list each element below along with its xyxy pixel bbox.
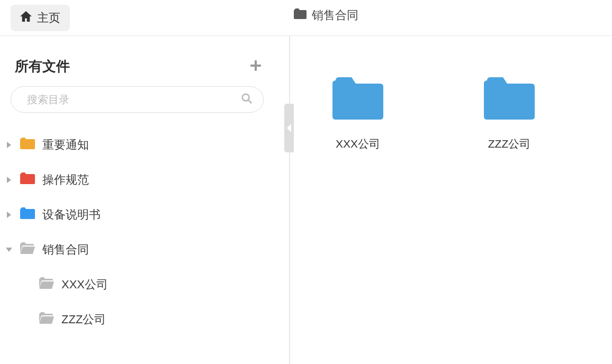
home-label: 主页 [37, 10, 60, 26]
tree-item-label: XXX公司 [61, 277, 108, 293]
folder-icon [20, 242, 35, 258]
folder-card-label: XXX公司 [336, 136, 380, 151]
folder-icon [20, 137, 35, 153]
breadcrumb-label: 销售合同 [312, 7, 358, 23]
folder-card[interactable]: XXX公司 [311, 77, 404, 151]
tree-item[interactable]: 销售合同 [0, 232, 274, 267]
tree-item-label: ZZZ公司 [61, 312, 106, 327]
sidebar: 所有文件 重要通知操作规范设备说明书销售合同XXX公司ZZZ公司 [0, 36, 290, 364]
folder-icon [39, 312, 54, 327]
home-icon [20, 11, 32, 25]
chevron-right-icon[interactable] [5, 177, 13, 183]
tree-item[interactable]: XXX公司 [0, 267, 274, 302]
chevron-right-icon[interactable] [5, 142, 13, 148]
sidebar-title: 所有文件 [15, 57, 70, 76]
sidebar-collapse-handle[interactable] [284, 104, 294, 152]
tree-item-label: 重要通知 [42, 137, 89, 153]
tree-item-label: 操作规范 [42, 172, 89, 188]
svg-point-2 [242, 94, 249, 101]
folder-icon [20, 207, 35, 223]
tree-item[interactable]: ZZZ公司 [0, 302, 274, 337]
svg-line-3 [248, 100, 251, 103]
search-box[interactable] [11, 86, 264, 113]
tree-item[interactable]: 操作规范 [0, 162, 274, 197]
home-button[interactable]: 主页 [11, 5, 70, 31]
folder-icon [484, 77, 535, 122]
folder-tree: 重要通知操作规范设备说明书销售合同XXX公司ZZZ公司 [0, 122, 274, 337]
content-area: XXX公司ZZZ公司 [290, 36, 612, 364]
search-container [0, 86, 274, 122]
chevron-right-icon[interactable] [5, 212, 13, 218]
chevron-down-icon[interactable] [5, 247, 13, 252]
folder-icon [294, 8, 307, 22]
add-button[interactable] [250, 59, 264, 74]
search-input[interactable] [27, 94, 237, 106]
sidebar-header: 所有文件 [0, 47, 274, 86]
search-icon [241, 93, 253, 106]
tree-item[interactable]: 重要通知 [0, 128, 274, 162]
folder-card[interactable]: ZZZ公司 [463, 77, 556, 151]
tree-item-label: 销售合同 [42, 242, 89, 258]
folder-icon [332, 77, 383, 122]
tree-item[interactable]: 设备说明书 [0, 197, 274, 232]
tree-item-label: 设备说明书 [42, 207, 101, 223]
folder-icon [20, 172, 35, 188]
breadcrumb: 销售合同 [294, 7, 358, 23]
svg-rect-1 [250, 65, 261, 67]
folder-icon [39, 277, 54, 293]
folder-card-label: ZZZ公司 [488, 136, 530, 151]
main-container: 所有文件 重要通知操作规范设备说明书销售合同XXX公司ZZZ公司 [0, 36, 612, 364]
